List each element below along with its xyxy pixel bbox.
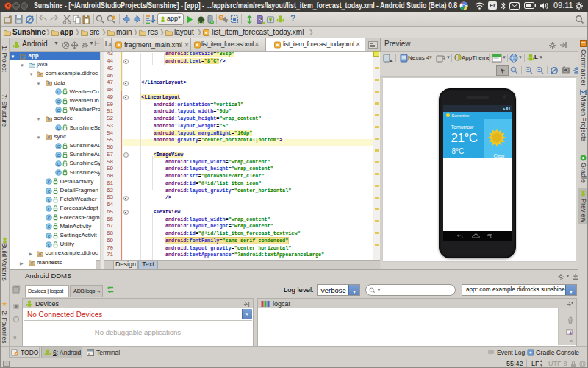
svg-text:1:1: 1:1 bbox=[511, 68, 516, 71]
svg-text:c: c bbox=[48, 197, 51, 203]
svg-text:c: c bbox=[48, 224, 51, 230]
svg-text:c: c bbox=[57, 124, 60, 131]
svg-text:c: c bbox=[48, 188, 51, 194]
svg-text:c: c bbox=[48, 205, 51, 212]
svg-text:c: c bbox=[48, 241, 51, 248]
svg-text:c: c bbox=[48, 214, 51, 221]
svg-text:c: c bbox=[48, 233, 51, 239]
svg-text:c: c bbox=[57, 107, 60, 113]
svg-text:c: c bbox=[48, 179, 51, 185]
svg-text:c: c bbox=[57, 98, 60, 105]
svg-text:c: c bbox=[57, 152, 60, 158]
svg-text:c: c bbox=[57, 143, 60, 149]
svg-text:c: c bbox=[57, 160, 60, 167]
svg-text:c: c bbox=[57, 169, 60, 176]
svg-text:c: c bbox=[57, 89, 60, 96]
